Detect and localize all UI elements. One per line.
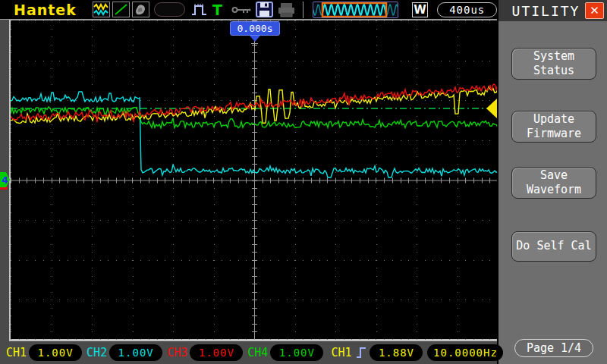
trigger-status[interactable]: CH1 1.88V — [331, 344, 423, 361]
save-icon[interactable] — [256, 2, 273, 17]
ch1-scale-readout: 1.00V — [29, 344, 82, 361]
ch4-status[interactable]: CH4 1.00V — [247, 344, 323, 361]
channels-icon-glyph — [93, 3, 109, 16]
waveform-plot — [11, 20, 498, 340]
ch2-label: CH2 — [86, 346, 107, 359]
ch4-scale-readout: 1.00V — [270, 344, 323, 361]
save-glyph — [256, 2, 273, 17]
ch2-status[interactable]: CH2 1.00V — [86, 344, 162, 361]
window-mode-indicator: W — [412, 2, 429, 17]
ch1-label: CH1 — [6, 346, 27, 359]
ch4-marker-label: 4 — [2, 174, 8, 186]
preview-window-box[interactable] — [313, 2, 398, 17]
channel-status-bar: CH1 1.00V CH2 1.00V CH3 1.00V CH4 1.00V … — [0, 341, 497, 364]
trigger-level-readout: 1.88V — [370, 344, 423, 361]
timebase-readout: 400us — [437, 2, 497, 17]
panel-header: UTILITY ✕ — [498, 0, 607, 21]
trigger-level-arrow[interactable] — [486, 98, 498, 119]
waveform-preview[interactable] — [313, 2, 398, 18]
graticule-area: 0.000s — [9, 20, 498, 341]
ch3-scale-readout: 1.00V — [190, 344, 243, 361]
save-waveform-button[interactable]: Save Waveform — [511, 167, 596, 199]
ch2-scale-readout: 1.00V — [109, 344, 162, 361]
trigger-frequency: 10.0000Hz — [427, 344, 503, 361]
update-firmware-button[interactable]: Update Firmware — [511, 111, 596, 143]
ch3-status[interactable]: CH3 1.00V — [167, 344, 243, 361]
panel-title: UTILITY — [512, 3, 580, 19]
acquire-status-oval — [154, 2, 185, 17]
trigger-position-marker[interactable]: 0.000s — [230, 21, 280, 36]
trigger-frequency-readout: 10.0000Hz — [427, 344, 503, 361]
rising-edge-glyph — [356, 345, 367, 360]
utility-menu-panel: UTILITY ✕ System Status Update Firmware … — [497, 0, 607, 364]
ch4-marker-glyph: 4 — [0, 172, 10, 190]
print-glyph — [278, 2, 295, 17]
cursor-line-icon[interactable] — [112, 2, 130, 17]
key-lock-glyph — [231, 5, 251, 15]
ch4-label: CH4 — [247, 346, 268, 359]
toolbar-divider — [303, 2, 304, 18]
rising-edge-icon — [356, 345, 367, 360]
pulse-trigger-icon — [191, 2, 208, 17]
ch3-label: CH3 — [167, 346, 187, 359]
oscilloscope-screen: Hantek — [0, 0, 607, 364]
print-icon[interactable] — [278, 2, 295, 17]
hand-glyph — [133, 3, 149, 16]
brand-logo: Hantek — [14, 2, 77, 18]
trigger-status-letter: T — [212, 2, 222, 18]
key-lock-icon[interactable] — [231, 5, 251, 15]
channels-icon[interactable] — [93, 2, 110, 17]
do-self-cal-button[interactable]: Do Self Cal — [511, 231, 596, 262]
pulse-trigger-glyph — [191, 2, 208, 17]
hand-icon[interactable] — [132, 2, 149, 17]
ch1-status[interactable]: CH1 1.00V — [6, 344, 82, 361]
trigger-source-label: CH1 — [331, 346, 351, 359]
close-icon[interactable]: ✕ — [585, 2, 604, 19]
top-toolbar: Hantek — [0, 0, 497, 20]
page-indicator-button[interactable]: Page 1/4 — [514, 339, 593, 357]
cursor-line-glyph — [113, 3, 129, 16]
system-status-button[interactable]: System Status — [511, 48, 596, 80]
ch4-ground-marker[interactable]: 4 — [0, 172, 10, 190]
